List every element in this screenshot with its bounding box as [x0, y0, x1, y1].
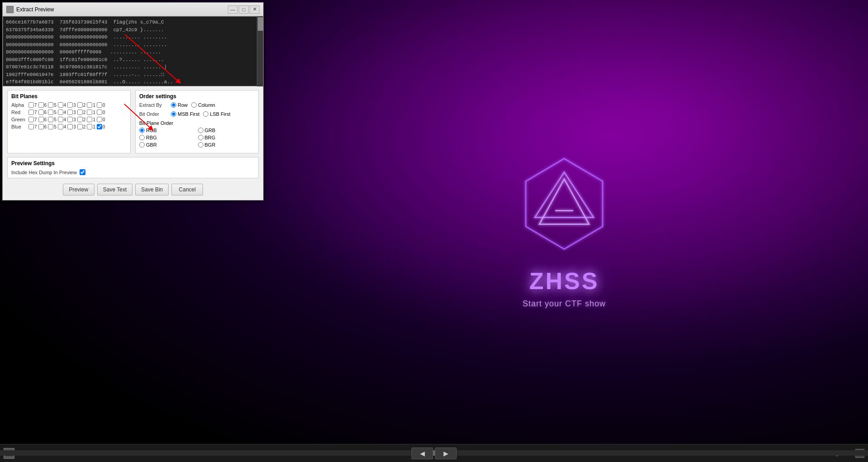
blue-0-checkbox[interactable]: [97, 124, 102, 129]
preview-button[interactable]: Preview: [63, 184, 94, 195]
bit-row-alpha: Alpha 7 6 5 4 3 2 1 0: [11, 102, 127, 108]
scroll-right-button[interactable]: ▶: [435, 448, 457, 459]
logo-brand-text: ZHSS: [529, 267, 599, 294]
green-0-checkbox[interactable]: [97, 117, 102, 122]
bit-plane-order-section: Bit Plane Order RGB GRB RBG: [139, 120, 255, 148]
blue-5-checkbox[interactable]: [48, 124, 53, 129]
scroll-left-button[interactable]: ◀: [411, 448, 433, 459]
alpha-1-checkbox[interactable]: [87, 102, 92, 108]
red-7-checkbox[interactable]: [28, 110, 34, 115]
bit-row-blue: Blue 7 6 5 4 3 2 1 0: [11, 124, 127, 129]
gbr-label: GBR: [146, 142, 157, 148]
dialog-title-text: Extract Preview: [16, 6, 54, 13]
alpha-2-checkbox[interactable]: [77, 102, 83, 108]
bit-plane-order-label: Bit Plane Order: [139, 120, 173, 126]
red-6-checkbox[interactable]: [38, 110, 44, 115]
bgr-radio[interactable]: [198, 142, 203, 148]
rgb-radio[interactable]: [139, 128, 145, 133]
extract-by-row-radio[interactable]: [171, 102, 176, 108]
preview-settings-section: Preview Settings Include Hex Dump In Pre…: [7, 157, 259, 178]
green-checkboxes: 7 6 5 4 3 2 1 0: [28, 117, 106, 122]
alpha-bit4[interactable]: 4: [58, 102, 66, 108]
green-6-checkbox[interactable]: [38, 117, 44, 122]
preview-scroll-thumb[interactable]: [258, 17, 263, 31]
dialog-buttons: Preview Save Text Save Bin Cancel: [7, 182, 259, 196]
bit-row-green: Green 7 6 5 4 3 2 1 0: [11, 117, 127, 122]
include-hex-dump-checkbox[interactable]: [80, 169, 85, 175]
extract-by-row-label: Row: [178, 102, 188, 108]
alpha-bit5[interactable]: 5: [48, 102, 57, 108]
msb-first-radio[interactable]: [171, 111, 176, 117]
extract-by-column-radio[interactable]: [191, 102, 197, 108]
extract-by-row-option[interactable]: Row: [171, 102, 188, 108]
rbg-option[interactable]: RBG: [139, 135, 196, 140]
green-4-checkbox[interactable]: [58, 117, 63, 122]
alpha-7-checkbox[interactable]: [28, 102, 34, 108]
alpha-bit6[interactable]: 6: [38, 102, 47, 108]
alpha-bit7[interactable]: 7: [28, 102, 37, 108]
lsb-first-radio[interactable]: [203, 111, 208, 117]
green-7-checkbox[interactable]: [28, 117, 34, 122]
blue-2-checkbox[interactable]: [77, 124, 83, 129]
alpha-bit3[interactable]: 3: [67, 102, 76, 108]
gbr-option[interactable]: GBR: [139, 142, 196, 148]
dialog-titlebar[interactable]: Extract Preview — □ ✕: [3, 3, 263, 16]
alpha-bit0[interactable]: 0: [97, 102, 105, 108]
preview-scrollbar[interactable]: [257, 16, 263, 86]
rbg-radio[interactable]: [139, 135, 145, 140]
grb-radio[interactable]: [198, 128, 203, 133]
bit-order-label: Bit Order: [139, 111, 171, 117]
rgb-label: RGB: [146, 128, 157, 133]
red-4-checkbox[interactable]: [58, 110, 63, 115]
blue-4-checkbox[interactable]: [58, 124, 63, 129]
extract-by-radio-group: Row Column: [171, 102, 215, 108]
bgr-option[interactable]: BGR: [198, 142, 255, 148]
lsb-first-option[interactable]: LSB First: [203, 111, 230, 117]
close-button[interactable]: ✕: [250, 5, 259, 14]
msb-first-label: MSB First: [178, 111, 199, 117]
alpha-4-checkbox[interactable]: [58, 102, 63, 108]
dialog-content: Bit Planes Alpha 7 6 5 4 3 2 1 0: [3, 86, 263, 200]
extract-preview-dialog: Extract Preview — □ ✕ 666ce1677b7a6873 7…: [2, 2, 264, 200]
msb-first-option[interactable]: MSB First: [171, 111, 199, 117]
brg-radio[interactable]: [198, 135, 203, 140]
grb-option[interactable]: GRB: [198, 128, 255, 133]
alpha-5-checkbox[interactable]: [48, 102, 53, 108]
alpha-6-checkbox[interactable]: [38, 102, 44, 108]
blue-1-checkbox[interactable]: [87, 124, 92, 129]
alpha-label: Alpha: [11, 102, 28, 108]
dialog-title-left: Extract Preview: [6, 6, 54, 13]
green-1-checkbox[interactable]: [87, 117, 92, 122]
save-text-button[interactable]: Save Text: [97, 184, 132, 195]
extract-by-column-option[interactable]: Column: [191, 102, 215, 108]
alpha-bit2[interactable]: 2: [77, 102, 86, 108]
red-2-checkbox[interactable]: [77, 110, 83, 115]
cancel-button[interactable]: Cancel: [171, 184, 203, 195]
order-settings-section: Order settings Extract By Row Column: [135, 90, 259, 153]
minimize-button[interactable]: —: [228, 5, 238, 14]
red-1-checkbox[interactable]: [87, 110, 92, 115]
bit-order-radio-group: MSB First LSB First: [171, 111, 231, 117]
save-bin-button[interactable]: Save Bin: [135, 184, 169, 195]
blue-6-checkbox[interactable]: [38, 124, 44, 129]
alpha-0-checkbox[interactable]: [97, 102, 102, 108]
green-2-checkbox[interactable]: [77, 117, 83, 122]
alpha-bit1[interactable]: 1: [87, 102, 95, 108]
gbr-radio[interactable]: [139, 142, 145, 148]
rgb-option[interactable]: RGB: [139, 128, 196, 133]
bit-order-row: Bit Order MSB First LSB First: [139, 111, 255, 117]
maximize-button[interactable]: □: [239, 5, 249, 14]
red-3-checkbox[interactable]: [67, 110, 73, 115]
blue-7-checkbox[interactable]: [28, 124, 34, 129]
green-3-checkbox[interactable]: [67, 117, 73, 122]
brg-option[interactable]: BRG: [198, 135, 255, 140]
bit-row-red: Red 7 6 5 4 3 2 1 0: [11, 110, 127, 115]
preview-text-area: 666ce1677b7a6873 735f6337396l5f43 flag{z…: [3, 16, 263, 86]
dialog-columns: Bit Planes Alpha 7 6 5 4 3 2 1 0: [7, 90, 259, 153]
preview-settings-title: Preview Settings: [11, 160, 255, 167]
blue-3-checkbox[interactable]: [67, 124, 73, 129]
alpha-3-checkbox[interactable]: [67, 102, 73, 108]
red-5-checkbox[interactable]: [48, 110, 53, 115]
green-5-checkbox[interactable]: [48, 117, 53, 122]
red-0-checkbox[interactable]: [97, 110, 102, 115]
